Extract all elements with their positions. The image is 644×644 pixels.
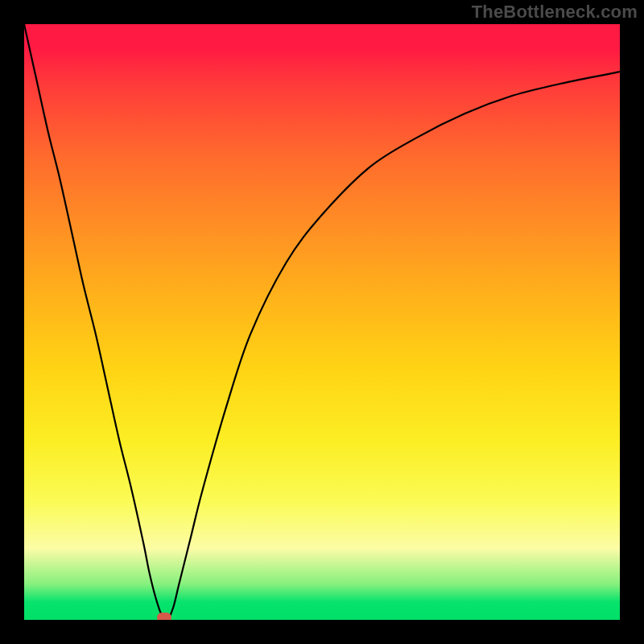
optimum-marker <box>157 613 171 620</box>
watermark-text: TheBottleneck.com <box>472 2 638 23</box>
curve-svg <box>24 24 620 620</box>
plot-area <box>24 24 620 620</box>
chart-frame: TheBottleneck.com <box>0 0 644 644</box>
bottleneck-curve <box>24 24 620 620</box>
